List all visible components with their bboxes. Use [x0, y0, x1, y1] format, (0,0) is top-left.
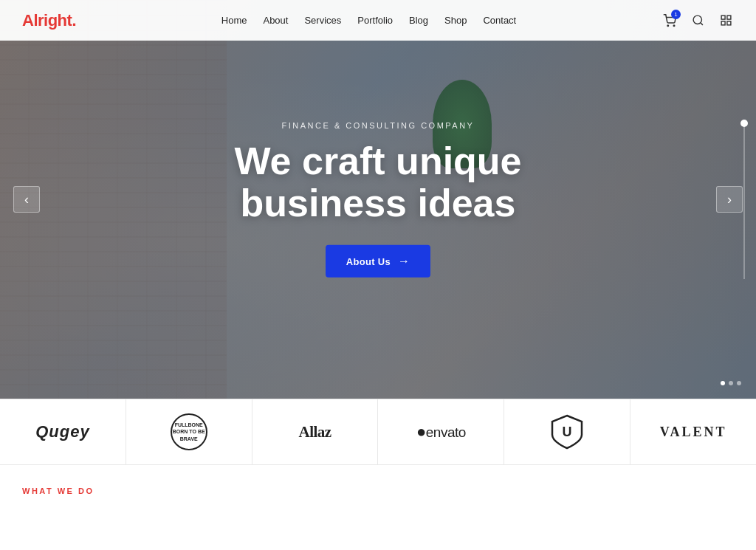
nav-about[interactable]: About: [263, 15, 288, 26]
hero-cta-label: About Us: [346, 256, 391, 267]
site-header: Alright. Home About Services Portfolio B…: [0, 0, 756, 41]
what-we-do-section: WHAT WE DO: [0, 465, 756, 504]
hero-cta-arrow-icon: →: [398, 255, 410, 268]
brand-allaz: Allaz: [252, 399, 379, 464]
hero-content: Finance & Consulting Company We craft un…: [186, 121, 570, 278]
svg-point-0: [667, 25, 669, 27]
brand-qugey-text: Qugey: [35, 422, 89, 441]
brand-emblem-badge: FULLBONEBORN TO BEBRAVE: [171, 413, 207, 450]
hero-slider-track: [743, 120, 745, 279]
svg-rect-6: [721, 21, 725, 25]
hero-slider-thumb: [740, 120, 748, 127]
nav-contact[interactable]: Contact: [483, 15, 516, 26]
svg-text:U: U: [563, 424, 572, 439]
cart-badge: 1: [671, 10, 681, 19]
brand-emblem: FULLBONEBORN TO BEBRAVE: [126, 399, 252, 464]
hero-next-button[interactable]: ›: [716, 186, 743, 213]
svg-rect-4: [721, 16, 725, 19]
hero-subtitle: Finance & Consulting Company: [186, 121, 570, 130]
brand-envato-text: ●envato: [416, 422, 466, 441]
grid-menu-button[interactable]: [718, 13, 734, 29]
nav-portfolio[interactable]: Portfolio: [357, 15, 393, 26]
search-button[interactable]: [690, 13, 706, 29]
slide-dot-1[interactable]: [721, 381, 725, 385]
brand-envato: ●envato: [378, 399, 504, 464]
nav-home[interactable]: Home: [221, 15, 247, 26]
brand-allaz-text: Allaz: [298, 423, 331, 441]
nav-services[interactable]: Services: [304, 15, 341, 26]
slide-dot-2[interactable]: [729, 381, 733, 385]
brand-valent: VALENT: [630, 399, 756, 464]
nav-blog[interactable]: Blog: [409, 15, 428, 26]
brand-shield: U: [504, 399, 630, 464]
svg-rect-7: [726, 21, 730, 25]
main-nav: Home About Services Portfolio Blog Shop …: [221, 15, 516, 26]
cart-button[interactable]: 1: [662, 13, 678, 29]
svg-point-1: [673, 25, 675, 27]
slide-dots: [721, 381, 741, 385]
hero-title: We craft unique business ideas: [186, 140, 570, 224]
logo[interactable]: Alright.: [22, 11, 76, 30]
section-what-we-do-label: WHAT WE DO: [22, 487, 94, 495]
svg-point-2: [693, 16, 701, 24]
svg-line-3: [700, 23, 702, 25]
hero-prev-button[interactable]: ‹: [13, 186, 40, 213]
logo-dot: .: [72, 11, 76, 30]
brands-bar: Qugey FULLBONEBORN TO BEBRAVE Allaz ●env…: [0, 399, 756, 465]
brand-valent-text: VALENT: [660, 424, 727, 440]
svg-rect-5: [726, 16, 730, 19]
logo-text: Alright: [22, 11, 72, 30]
hero-section: ‹ › Finance & Consulting Company We craf…: [0, 0, 756, 399]
header-actions: 1: [662, 13, 734, 29]
slide-dot-3[interactable]: [737, 381, 741, 385]
brand-qugey: Qugey: [0, 399, 126, 464]
nav-shop[interactable]: Shop: [444, 15, 467, 26]
hero-cta-button[interactable]: About Us →: [326, 245, 430, 278]
brand-shield-icon: U: [551, 414, 583, 450]
